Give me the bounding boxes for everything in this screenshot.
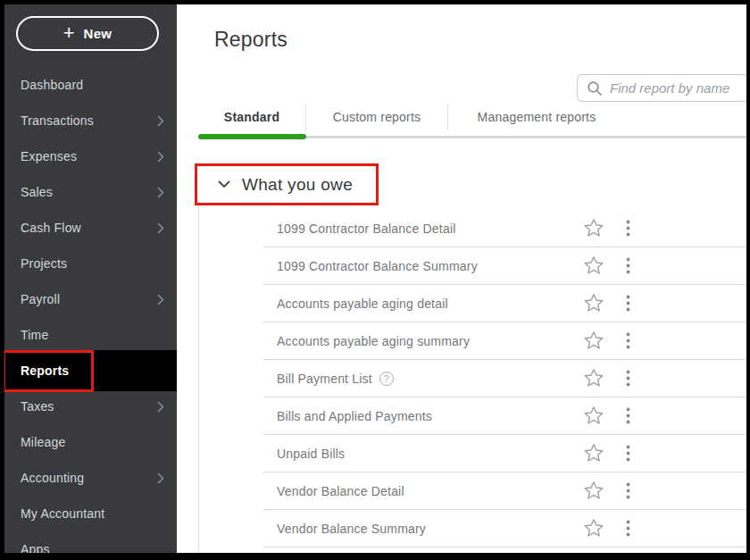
sidebar-item-expenses[interactable]: Expenses: [4, 138, 177, 174]
report-row[interactable]: 1099 Contractor Balance Detail: [263, 210, 746, 247]
sidebar-item-label: My Accountant: [21, 506, 104, 521]
report-row[interactable]: Bill Payment List ?: [263, 360, 746, 397]
favorite-star-button[interactable]: [583, 218, 604, 238]
sidebar-item-projects[interactable]: Projects: [4, 246, 177, 281]
sidebar-item-my-accountant[interactable]: My Accountant: [4, 496, 177, 531]
favorite-star-button[interactable]: [583, 518, 604, 539]
report-name-link[interactable]: 1099 Contractor Balance Detail: [277, 221, 456, 236]
sidebar-item-label: Taxes: [21, 399, 54, 414]
row-menu-kebab-icon[interactable]: [626, 407, 630, 424]
report-name-link[interactable]: Accounts payable aging summary: [277, 334, 470, 348]
report-row[interactable]: 1099 Contractor Balance Summary: [263, 247, 746, 285]
new-button[interactable]: + New: [16, 16, 159, 51]
tab-standard[interactable]: Standard: [198, 100, 305, 134]
chevron-right-icon: [157, 115, 164, 127]
sidebar-item-label: Time: [21, 328, 48, 342]
report-name-link[interactable]: Accounts payable aging detail: [277, 297, 448, 311]
sidebar-item-cash-flow[interactable]: Cash Flow: [4, 210, 177, 246]
search-input[interactable]: [610, 80, 744, 96]
sidebar-item-label: Dashboard: [21, 78, 83, 92]
row-menu-kebab-icon[interactable]: [626, 295, 630, 312]
sidebar-item-apps[interactable]: Apps: [4, 531, 177, 553]
help-icon[interactable]: ?: [379, 372, 394, 386]
sidebar-item-label: Expenses: [21, 149, 77, 163]
report-row[interactable]: Bills and Applied Payments: [263, 397, 746, 435]
section-left-rule: [198, 206, 199, 553]
report-tabs: Standard Custom reports Management repor…: [198, 100, 625, 134]
main-content: Reports Standard Custom reports Manageme…: [177, 4, 746, 553]
favorite-star-button[interactable]: [583, 443, 604, 464]
chevron-right-icon: [157, 151, 164, 163]
sidebar-item-time[interactable]: Time: [4, 317, 177, 353]
active-tab-indicator: [198, 134, 306, 139]
report-name-link[interactable]: Bills and Applied Payments: [277, 409, 432, 423]
report-list: 1099 Contractor Balance Detail 1099 Cont…: [263, 210, 746, 547]
report-row[interactable]: Unpaid Bills: [263, 435, 746, 472]
sidebar-item-label: Accounting: [21, 471, 84, 485]
favorite-star-button[interactable]: [583, 368, 604, 389]
row-menu-kebab-icon[interactable]: [626, 332, 630, 349]
sidebar-item-label: Payroll: [21, 292, 60, 306]
chevron-right-icon: [157, 294, 164, 305]
section-title: What you owe: [242, 175, 353, 195]
tab-management-reports[interactable]: Management reports: [448, 100, 625, 134]
sidebar-item-transactions[interactable]: Transactions: [4, 103, 177, 138]
favorite-star-button[interactable]: [583, 481, 604, 501]
sidebar-item-label: Apps: [21, 542, 50, 553]
report-row[interactable]: Accounts payable aging summary: [263, 322, 746, 360]
chevron-right-icon: [157, 222, 164, 234]
report-name-link[interactable]: 1099 Contractor Balance Summary: [277, 259, 478, 273]
chevron-right-icon: [157, 401, 164, 413]
sidebar-item-label: Sales: [21, 185, 53, 199]
chevron-down-icon: [218, 180, 230, 188]
search-icon: [587, 80, 603, 96]
sidebar-item-accounting[interactable]: Accounting: [4, 460, 177, 496]
plus-icon: +: [63, 23, 75, 43]
sidebar-item-label: Reports: [21, 364, 69, 378]
favorite-star-button[interactable]: [583, 330, 604, 351]
sidebar-menu: Dashboard Transactions Expenses Sales: [4, 67, 177, 553]
report-name-link[interactable]: Vendor Balance Detail: [277, 484, 404, 498]
row-menu-kebab-icon[interactable]: [626, 445, 630, 462]
section-header-what-you-owe annotation-box[interactable]: What you owe: [195, 163, 379, 205]
sidebar-item-dashboard[interactable]: Dashboard: [4, 67, 177, 103]
row-menu-kebab-icon[interactable]: [626, 220, 630, 237]
favorite-star-button[interactable]: [583, 405, 604, 426]
sidebar-item-label: Cash Flow: [21, 221, 81, 235]
report-row[interactable]: Vendor Balance Detail: [263, 472, 746, 510]
chevron-right-icon: [157, 187, 164, 198]
report-row[interactable]: Accounts payable aging detail: [263, 285, 746, 322]
report-name-link[interactable]: Unpaid Bills: [277, 447, 345, 461]
favorite-star-button[interactable]: [583, 293, 604, 313]
sidebar-item-label: Mileage: [21, 435, 65, 449]
report-row[interactable]: Vendor Balance Summary: [263, 510, 746, 547]
tab-custom-reports[interactable]: Custom reports: [306, 100, 447, 134]
row-menu-kebab-icon[interactable]: [626, 257, 630, 274]
row-menu-kebab-icon[interactable]: [626, 482, 630, 499]
sidebar-item-reports[interactable]: Reports: [4, 350, 177, 391]
sidebar-item-mileage[interactable]: Mileage: [4, 424, 177, 460]
sidebar-item-sales[interactable]: Sales: [4, 174, 177, 210]
report-search-box[interactable]: [577, 74, 746, 102]
sidebar-item-payroll[interactable]: Payroll: [4, 281, 177, 317]
chevron-right-icon: [157, 472, 164, 484]
favorite-star-button[interactable]: [583, 255, 604, 276]
row-menu-kebab-icon[interactable]: [626, 520, 630, 537]
report-name-link[interactable]: Bill Payment List: [277, 372, 372, 386]
sidebar-item-taxes[interactable]: Taxes: [4, 389, 177, 424]
app-window: + New Dashboard Transactions Expenses Sa…: [4, 4, 746, 553]
sidebar-item-label: Transactions: [21, 113, 94, 128]
sidebar-nav: + New Dashboard Transactions Expenses Sa…: [4, 4, 177, 553]
new-button-label: New: [84, 26, 112, 41]
row-menu-kebab-icon[interactable]: [626, 370, 630, 387]
page-title: Reports: [214, 28, 288, 52]
sidebar-item-label: Projects: [21, 256, 67, 271]
report-name-link[interactable]: Vendor Balance Summary: [277, 522, 426, 536]
